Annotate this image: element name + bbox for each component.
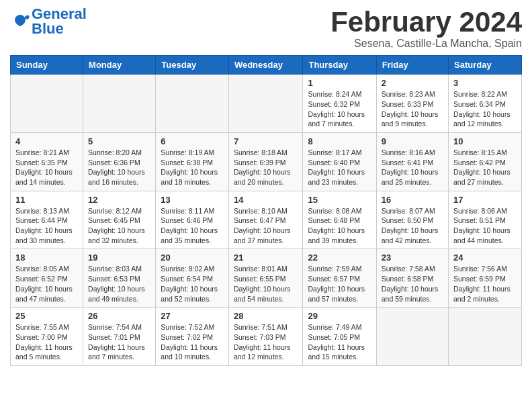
- calendar-cell: 16Sunrise: 8:07 AM Sunset: 6:50 PM Dayli…: [376, 191, 448, 249]
- day-info: Sunrise: 8:07 AM Sunset: 6:50 PM Dayligh…: [382, 206, 443, 246]
- day-info: Sunrise: 8:23 AM Sunset: 6:33 PM Dayligh…: [382, 89, 443, 129]
- day-number: 15: [308, 195, 371, 205]
- weekday-header: Friday: [376, 56, 448, 75]
- day-number: 12: [88, 195, 150, 205]
- day-number: 22: [308, 253, 371, 263]
- weekday-header: Sunday: [11, 56, 83, 75]
- day-info: Sunrise: 8:24 AM Sunset: 6:32 PM Dayligh…: [308, 89, 371, 129]
- logo-icon: [10, 11, 30, 32]
- day-info: Sunrise: 8:11 AM Sunset: 6:46 PM Dayligh…: [161, 206, 224, 246]
- day-info: Sunrise: 7:52 AM Sunset: 7:02 PM Dayligh…: [161, 322, 224, 362]
- calendar-cell: 27Sunrise: 7:52 AM Sunset: 7:02 PM Dayli…: [156, 308, 229, 366]
- weekday-header: Tuesday: [156, 56, 229, 75]
- day-number: 5: [88, 136, 150, 146]
- day-info: Sunrise: 7:51 AM Sunset: 7:03 PM Dayligh…: [234, 322, 298, 362]
- calendar-cell: 29Sunrise: 7:49 AM Sunset: 7:05 PM Dayli…: [303, 308, 376, 366]
- day-number: 1: [308, 78, 371, 88]
- calendar-week-row: 4Sunrise: 8:21 AM Sunset: 6:35 PM Daylig…: [11, 132, 522, 191]
- day-info: Sunrise: 8:06 AM Sunset: 6:51 PM Dayligh…: [453, 206, 517, 246]
- day-info: Sunrise: 8:01 AM Sunset: 6:55 PM Dayligh…: [234, 264, 298, 304]
- logo: General Blue: [10, 7, 87, 36]
- calendar-cell: 12Sunrise: 8:12 AM Sunset: 6:45 PM Dayli…: [83, 191, 156, 249]
- day-number: 7: [234, 136, 298, 146]
- day-number: 24: [453, 253, 517, 263]
- day-number: 27: [161, 311, 224, 321]
- day-number: 21: [234, 253, 298, 263]
- day-info: Sunrise: 8:13 AM Sunset: 6:44 PM Dayligh…: [15, 206, 78, 246]
- day-number: 19: [88, 253, 150, 263]
- calendar-cell: 9Sunrise: 8:16 AM Sunset: 6:41 PM Daylig…: [376, 132, 448, 191]
- day-number: 28: [234, 311, 298, 321]
- calendar-cell: 1Sunrise: 8:24 AM Sunset: 6:32 PM Daylig…: [303, 75, 376, 133]
- calendar-cell: 25Sunrise: 7:55 AM Sunset: 7:00 PM Dayli…: [11, 308, 83, 366]
- day-info: Sunrise: 8:10 AM Sunset: 6:47 PM Dayligh…: [234, 206, 298, 246]
- day-info: Sunrise: 8:17 AM Sunset: 6:40 PM Dayligh…: [308, 148, 371, 187]
- day-info: Sunrise: 8:05 AM Sunset: 6:52 PM Dayligh…: [15, 264, 78, 304]
- day-info: Sunrise: 8:22 AM Sunset: 6:34 PM Dayligh…: [453, 89, 517, 129]
- calendar-cell: 19Sunrise: 8:03 AM Sunset: 6:53 PM Dayli…: [83, 249, 156, 308]
- calendar-week-row: 25Sunrise: 7:55 AM Sunset: 7:00 PM Dayli…: [11, 308, 522, 366]
- calendar-cell: 17Sunrise: 8:06 AM Sunset: 6:51 PM Dayli…: [449, 191, 522, 249]
- calendar-cell: [11, 75, 83, 133]
- calendar-cell: 14Sunrise: 8:10 AM Sunset: 6:47 PM Dayli…: [228, 191, 303, 249]
- calendar-cell: 26Sunrise: 7:54 AM Sunset: 7:01 PM Dayli…: [83, 308, 156, 366]
- day-info: Sunrise: 7:58 AM Sunset: 6:58 PM Dayligh…: [382, 264, 443, 304]
- calendar-cell: [449, 308, 522, 366]
- calendar-cell: 3Sunrise: 8:22 AM Sunset: 6:34 PM Daylig…: [449, 75, 522, 133]
- calendar-cell: 23Sunrise: 7:58 AM Sunset: 6:58 PM Dayli…: [376, 249, 448, 308]
- weekday-header: Monday: [83, 56, 156, 75]
- day-number: 25: [15, 311, 78, 321]
- calendar-cell: 2Sunrise: 8:23 AM Sunset: 6:33 PM Daylig…: [376, 75, 448, 133]
- calendar-cell: 11Sunrise: 8:13 AM Sunset: 6:44 PM Dayli…: [11, 191, 83, 249]
- day-number: 10: [453, 136, 517, 146]
- calendar-cell: 22Sunrise: 7:59 AM Sunset: 6:57 PM Dayli…: [303, 249, 376, 308]
- calendar-week-row: 18Sunrise: 8:05 AM Sunset: 6:52 PM Dayli…: [11, 249, 522, 308]
- day-info: Sunrise: 7:49 AM Sunset: 7:05 PM Dayligh…: [308, 322, 371, 362]
- day-info: Sunrise: 8:12 AM Sunset: 6:45 PM Dayligh…: [88, 206, 150, 246]
- title-section: February 2024 Sesena, Castille-La Mancha…: [330, 7, 522, 50]
- page-header: General Blue February 2024 Sesena, Casti…: [10, 7, 522, 50]
- calendar-cell: 7Sunrise: 8:18 AM Sunset: 6:39 PM Daylig…: [228, 132, 303, 191]
- day-info: Sunrise: 7:54 AM Sunset: 7:01 PM Dayligh…: [88, 322, 150, 362]
- day-number: 6: [161, 136, 224, 146]
- month-title: February 2024: [330, 7, 522, 38]
- day-info: Sunrise: 7:59 AM Sunset: 6:57 PM Dayligh…: [308, 264, 371, 304]
- day-number: 13: [161, 195, 224, 205]
- calendar-cell: 20Sunrise: 8:02 AM Sunset: 6:54 PM Dayli…: [156, 249, 229, 308]
- day-info: Sunrise: 8:21 AM Sunset: 6:35 PM Dayligh…: [15, 148, 78, 187]
- calendar-cell: [83, 75, 156, 133]
- day-number: 9: [382, 136, 443, 146]
- calendar-week-row: 1Sunrise: 8:24 AM Sunset: 6:32 PM Daylig…: [11, 75, 522, 133]
- calendar-cell: 10Sunrise: 8:15 AM Sunset: 6:42 PM Dayli…: [449, 132, 522, 191]
- calendar-cell: 4Sunrise: 8:21 AM Sunset: 6:35 PM Daylig…: [11, 132, 83, 191]
- day-info: Sunrise: 8:18 AM Sunset: 6:39 PM Dayligh…: [234, 148, 298, 187]
- calendar-cell: 6Sunrise: 8:19 AM Sunset: 6:38 PM Daylig…: [156, 132, 229, 191]
- day-number: 2: [382, 78, 443, 88]
- day-number: 18: [15, 253, 78, 263]
- calendar-cell: 28Sunrise: 7:51 AM Sunset: 7:03 PM Dayli…: [228, 308, 303, 366]
- day-info: Sunrise: 8:02 AM Sunset: 6:54 PM Dayligh…: [161, 264, 224, 304]
- calendar-cell: 15Sunrise: 8:08 AM Sunset: 6:48 PM Dayli…: [303, 191, 376, 249]
- day-info: Sunrise: 8:20 AM Sunset: 6:36 PM Dayligh…: [88, 148, 150, 187]
- calendar-cell: [156, 75, 229, 133]
- day-info: Sunrise: 7:56 AM Sunset: 6:59 PM Dayligh…: [453, 264, 517, 304]
- day-info: Sunrise: 7:55 AM Sunset: 7:00 PM Dayligh…: [15, 322, 78, 362]
- calendar-cell: 5Sunrise: 8:20 AM Sunset: 6:36 PM Daylig…: [83, 132, 156, 191]
- day-number: 3: [453, 78, 517, 88]
- day-number: 29: [308, 311, 371, 321]
- day-number: 17: [453, 195, 517, 205]
- day-number: 8: [308, 136, 371, 146]
- day-info: Sunrise: 8:03 AM Sunset: 6:53 PM Dayligh…: [88, 264, 150, 304]
- calendar-cell: 21Sunrise: 8:01 AM Sunset: 6:55 PM Dayli…: [228, 249, 303, 308]
- calendar-week-row: 11Sunrise: 8:13 AM Sunset: 6:44 PM Dayli…: [11, 191, 522, 249]
- location-title: Sesena, Castille-La Mancha, Spain: [330, 38, 522, 50]
- day-number: 16: [382, 195, 443, 205]
- day-number: 4: [15, 136, 78, 146]
- calendar-cell: 8Sunrise: 8:17 AM Sunset: 6:40 PM Daylig…: [303, 132, 376, 191]
- weekday-header: Wednesday: [228, 56, 303, 75]
- logo-blue: Blue: [32, 20, 64, 37]
- calendar-table: SundayMondayTuesdayWednesdayThursdayFrid…: [10, 55, 522, 366]
- weekday-header: Saturday: [449, 56, 522, 75]
- weekday-header: Thursday: [303, 56, 376, 75]
- calendar-cell: 13Sunrise: 8:11 AM Sunset: 6:46 PM Dayli…: [156, 191, 229, 249]
